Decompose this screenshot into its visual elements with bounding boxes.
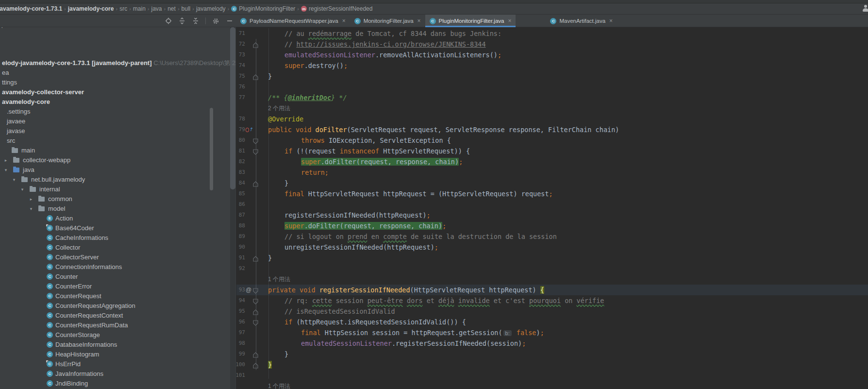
code-line[interactable]: super.destroy(); [236,60,348,71]
code-line[interactable]: registerSessionIfNeeded(httpRequest); [236,210,431,220]
tree-item-elody-javamelody-core-1-73-1[interactable]: elody-javamelody-core-1.73.1 [javamelody… [0,58,236,68]
tree-item-base64coder[interactable]: CBase64Coder [0,223,236,233]
hide-panel-icon[interactable] [226,17,233,25]
code-line[interactable]: // rq: cette session peut-être dors et d… [236,295,604,306]
tree-item-countererror[interactable]: CCounterError [0,282,236,291]
close-icon[interactable]: × [507,18,511,24]
tree-item-connectioninformations[interactable]: CConnectionInformations [0,262,236,272]
line-number[interactable]: 86 [236,199,245,210]
tree-item-collector[interactable]: CCollector [0,243,236,253]
tree-item-avamelody-collector-server[interactable]: avamelody-collector-server [0,87,236,97]
breadcrumb-item-bull[interactable]: bull [181,5,192,12]
tab-pluginmonitoringfilter-java[interactable]: CPluginMonitoringFilter.java× [425,15,516,27]
tree-item-counterrequestcontext[interactable]: CCounterRequestContext [0,311,236,321]
code-editor[interactable]: 71// au redémarrage de Tomcat, cf 8344 d… [236,27,868,389]
code-line[interactable]: // au redémarrage de Tomcat, cf 8344 dan… [236,28,501,39]
tree-item-counterstorage[interactable]: CCounterStorage [0,330,236,340]
tree-item-settings[interactable]: .settings [0,107,236,117]
code-line[interactable]: } [236,71,272,82]
tab-mavenartifact-java[interactable]: CMavenArtifact.java× [546,15,617,27]
tab-monitoringfilter-java[interactable]: CMonitoringFilter.java× [350,15,425,27]
tree-item-action[interactable]: EAction [0,214,236,223]
close-icon[interactable]: × [341,18,346,24]
tree-item-databaseinformations[interactable]: CDatabaseInformations [0,340,236,350]
breadcrumb-item-javamelody-core-1-73-1[interactable]: javamelody-core-1.73.1 [0,5,63,12]
chevron-down-icon[interactable]: ▾ [11,175,17,185]
code-line[interactable]: } [236,253,272,263]
tree-item-model[interactable]: ▾model [0,204,236,214]
tree-item-ttings[interactable]: ttings [0,78,236,87]
breadcrumb-item-javamelody[interactable]: javamelody [195,5,227,12]
code-line[interactable]: @Override [236,114,303,124]
tree-item-javaee[interactable]: javaee [0,117,236,126]
tree-item-src[interactable]: src [0,136,236,146]
close-icon[interactable]: × [417,18,421,24]
code-line[interactable]: if (!(request instanceof HttpServletRequ… [236,146,470,156]
usages-inlay-hint[interactable]: 1 个用法 [268,274,290,285]
breadcrumb-item-src[interactable]: src [118,5,128,12]
line-number[interactable]: 92 [236,263,245,274]
code-line[interactable]: // isRequestedSessionIdValid [236,306,395,317]
tree-item-counterrequestrumdata[interactable]: CCounterRequestRumData [0,321,236,330]
close-icon[interactable]: × [608,18,613,24]
chevron-down-icon[interactable]: ▾ [28,204,34,214]
code-line[interactable]: } [236,178,288,188]
settings-gear-icon[interactable] [212,17,219,25]
tree-item-counter[interactable]: CCounter [0,272,236,282]
collapse-all-icon[interactable] [192,17,199,25]
line-number[interactable]: 76 [236,82,245,92]
chevron-right-icon[interactable]: ▸ [3,155,9,165]
code-line[interactable]: return; [236,167,329,178]
code-line[interactable]: if (httpRequest.isRequestedSessionIdVali… [236,317,466,327]
code-line[interactable]: super.doFilter(request, response, chain)… [236,220,446,231]
tree-item-internal[interactable]: ▾internal [0,185,236,194]
breadcrumb-item-pluginmonitoringfilter[interactable]: CPluginMonitoringFilter [230,5,296,12]
code-line[interactable]: unregisterSessionIfNeeded(httpRequest); [236,242,438,253]
code-line[interactable]: throws IOException, ServletException { [236,135,451,146]
usages-inlay-hint[interactable]: 1 个用法 [268,381,290,389]
code-line[interactable]: // http://issues.jenkins-ci.org/browse/J… [236,39,486,50]
code-line[interactable]: } [236,349,288,359]
tree-item-collectorserver[interactable]: CCollectorServer [0,253,236,262]
code-line[interactable]: public void doFilter(ServletRequest requ… [236,124,619,135]
tree-item-main[interactable]: main [0,146,236,155]
breadcrumb-item-main[interactable]: main [132,5,147,12]
code-line[interactable]: /** {@inheritDoc} */ [236,92,347,103]
code-line[interactable]: final HttpServletRequest httpRequest = (… [236,188,553,199]
code-line[interactable]: super.doFilter(request, response, chain)… [236,156,463,167]
breadcrumb-item-registersessionifneeded[interactable]: mregisterSessionIfNeeded [300,5,373,12]
tree-item-javainformations[interactable]: CJavaInformations [0,369,236,379]
tree-item-counterrequestaggregation[interactable]: CCounterRequestAggregation [0,301,236,311]
breadcrumb-item-javamelody-core[interactable]: javamelody-core [67,5,115,12]
tree-item-javase[interactable]: javase [0,126,236,136]
tree-item-avamelody-core[interactable]: avamelody-core [0,97,236,107]
code-line[interactable]: emulatedSessionListener.removeAllActivat… [236,50,501,60]
tree-item-common[interactable]: ▸common [0,194,236,204]
tab-payloadnamerequestwrapper-java[interactable]: CPayloadNameRequestWrapper.java× [236,15,350,27]
locate-icon[interactable] [165,17,172,25]
code-line[interactable]: // si logout on prend en compte de suite… [236,231,557,242]
line-number[interactable]: 101 [236,370,245,381]
usages-inlay-hint[interactable]: 2 个用法 [268,103,290,114]
code-line[interactable]: private void registerSessionIfNeeded(Htt… [236,285,544,295]
user-avatar-icon[interactable] [861,4,868,13]
tree-item-jndibinding[interactable]: CJndiBinding [0,379,236,389]
breadcrumb-item-net[interactable]: net [167,5,177,12]
code-line[interactable]: emulatedSessionListener.registerSessionI… [236,338,526,349]
tree-item-java[interactable]: ▾java [0,165,236,175]
tree-item-counterrequest[interactable]: CCounterRequest [0,291,236,301]
tree-item-ea[interactable]: ea [0,68,236,78]
expand-all-icon[interactable] [178,17,185,25]
code-line[interactable]: final HttpSession session = httpRequest.… [236,327,544,338]
tree-item-net-bull-javamelody[interactable]: ▾net.bull.javamelody [0,175,236,185]
chevron-down-icon[interactable]: ▾ [3,165,9,175]
tree-item-hserrpid[interactable]: CHsErrPid [0,359,236,369]
tree-item-heaphistogram[interactable]: CHeapHistogram [0,350,236,359]
panel-corner-chevron-icon[interactable]: ▾ [1,27,3,29]
chevron-right-icon[interactable]: ▸ [28,194,34,204]
code-line[interactable]: } [236,359,272,370]
chevron-down-icon[interactable]: ▾ [19,185,25,194]
breadcrumb-item-java[interactable]: java [150,5,163,12]
tree-item-cacheinformations[interactable]: CCacheInformations [0,233,236,243]
tree-item-collector-webapp[interactable]: ▸collector-webapp [0,155,236,165]
